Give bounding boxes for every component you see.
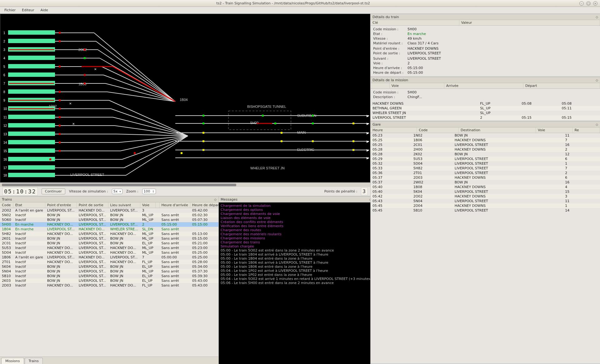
label-wheler: WHELER STREET JN: [250, 166, 285, 170]
svg-text:18: 18: [3, 174, 7, 177]
mission-details-title: Détails de la mission: [372, 78, 408, 82]
track-hscrollbar[interactable]: [0, 182, 370, 187]
zoom-label: Zoom :: [126, 189, 138, 193]
table-row[interactable]: 05:455B10LIVERPOOL STREET14: [371, 208, 600, 213]
menu-help[interactable]: Aide: [38, 7, 51, 13]
trains-col[interactable]: Heure d'arrivée: [159, 202, 190, 208]
table-row[interactable]: 05:252C01LIVERPOOL STREET16: [371, 142, 600, 147]
close-icon[interactable]: ×: [593, 1, 598, 6]
table-row[interactable]: 05:435N04LIVERPOOL STREET11: [371, 199, 600, 203]
table-row[interactable]: 1B04En marcheLIVERPOOL ST...HACKNEY DO..…: [0, 227, 218, 232]
table-row[interactable]: 05:282K02BOW JN12: [371, 152, 600, 157]
table-row[interactable]: BETHNAL GREENSL_UP05:11: [371, 106, 600, 111]
svg-rect-90: [59, 66, 61, 67]
table-row[interactable]: 2K03InactifBOW JNLIVERPOOL ST...BOW JNEL…: [0, 278, 218, 283]
col-key: Clé: [371, 20, 459, 26]
table-row[interactable]: 05:325D04LIVERPOOL STREET1: [371, 161, 600, 166]
messages-panel-header: Messages ◇: [219, 196, 373, 202]
svg-rect-109: [281, 132, 282, 134]
table-row[interactable]: 05:401B08HACKNEY DOWNS4: [371, 185, 600, 189]
svg-text:16: 16: [3, 158, 7, 161]
trains-col[interactable]: Code: [0, 202, 13, 208]
table-row[interactable]: 5H82InactifHACKNEY DO...LIVERPOOL ST...H…: [0, 232, 218, 236]
table-row[interactable]: 05:231N02BOW JN11: [371, 133, 600, 138]
table-row[interactable]: 1B06A l'arrêt en gareLIVERPOOL ST...HACK…: [0, 255, 218, 260]
menu-file[interactable]: Fichier: [2, 7, 18, 13]
continue-button[interactable]: Continuer: [42, 188, 65, 194]
table-row[interactable]: 5O60InactifBOW JNLIVERPOOL ST...BOW JNML…: [0, 217, 218, 222]
svg-rect-93: [59, 91, 61, 93]
svg-rect-27: [8, 123, 55, 127]
table-row[interactable]: LIVERPOOL STREET205:1505:15: [371, 115, 600, 120]
svg-rect-113: [312, 140, 314, 142]
simspeed-combo[interactable]: 5x▾: [112, 189, 122, 194]
svg-rect-112: [312, 122, 314, 124]
panel-detach-icon[interactable]: ◇: [596, 123, 598, 126]
svg-text:✕: ✕: [69, 102, 72, 105]
table-row[interactable]: 5H00En marcheHACKNEY DO...LIVERPOOL ST..…: [0, 222, 218, 227]
table-row[interactable]: 05:452D04HACKNEY DOWNS1: [371, 203, 600, 208]
table-row[interactable]: 5N02InactifBOW JNLIVERPOOL ST...BOW JNML…: [0, 213, 218, 217]
trains-col[interactable]: Voie: [140, 202, 155, 208]
svg-rect-94: [59, 99, 61, 101]
panel-detach-icon[interactable]: ◇: [214, 198, 217, 201]
table-row[interactable]: 05:335H82LIVERPOOL STREET7: [371, 166, 600, 171]
table-row[interactable]: 5B10InactifBOW JNLIVERPOOL ST...BOW JNEL…: [0, 274, 218, 278]
table-row[interactable]: 5K04InactifBOW JNLIVERPOOL ST...BOW JNEL…: [0, 264, 218, 269]
table-row[interactable]: 05:282H00HACKNEY DOWNS2: [371, 147, 600, 152]
svg-rect-102: [202, 115, 204, 117]
table-row[interactable]: 2D03InactifHACKNEY DO...LIVERPOOL ST...H…: [0, 283, 218, 288]
track-diagram[interactable]: 123456789101112131415161718 2O02 1B06 1P…: [0, 14, 370, 182]
table-row[interactable]: HACKNEY DOWNSFL_UP05:0805:08: [371, 101, 600, 106]
svg-text:6: 6: [3, 73, 5, 77]
table-row[interactable]: 5D04InactifHACKNEY DO...LIVERPOOL ST...H…: [0, 250, 218, 255]
table-row[interactable]: 2K01InactifBOW JNLIVERPOOL ST...BOW JNML…: [0, 236, 218, 241]
trains-col[interactable]: Point d'entrée: [45, 202, 77, 208]
trains-col[interactable]: Lieu suivant: [108, 202, 140, 208]
trains-table: CodeEtatPoint d'entréePoint de sortieLie…: [0, 202, 218, 288]
svg-text:1: 1: [3, 31, 5, 35]
tab-missions[interactable]: Missions: [1, 358, 24, 364]
table-row[interactable]: 05:405K04LIVERPOOL STREET15: [371, 189, 600, 194]
station-table-scroll[interactable]: 05:231N02BOW JN1105:251B06HACKNEY DOWNS7…: [371, 133, 600, 363]
table-row[interactable]: 5N04InactifBOW JNLIVERPOOL ST...BOW JNML…: [0, 269, 218, 274]
menubar: Fichier Editeur Aide: [0, 7, 600, 14]
svg-rect-106: [202, 149, 204, 151]
sim-clock: 05:10:32: [2, 187, 38, 196]
svg-rect-87: [59, 40, 61, 42]
table-row[interactable]: 2C01InactifBOW JNLIVERPOOL ST...BOW JNEL…: [0, 241, 218, 246]
minimize-icon[interactable]: –: [579, 1, 584, 6]
table-row[interactable]: 05:372W02BOW JN16: [371, 180, 600, 185]
svg-rect-1: [8, 30, 55, 35]
table-row[interactable]: 5U53InactifHACKNEY DO...LIVERPOOL ST...H…: [0, 246, 218, 250]
svg-text:▶: ▶: [367, 156, 369, 160]
table-row[interactable]: 05:295U53LIVERPOOL STREET6: [371, 157, 600, 161]
zoom-spinner[interactable]: 100⇕: [142, 189, 156, 194]
svg-rect-33: [8, 148, 55, 153]
menu-edit[interactable]: Editeur: [19, 7, 37, 13]
svg-rect-110: [281, 140, 282, 142]
trains-col[interactable]: Etat: [13, 202, 45, 208]
panel-detach-icon[interactable]: ◇: [596, 15, 598, 19]
svg-text:12: 12: [3, 124, 7, 127]
table-row[interactable]: 05:372D03HACKNEY DOWNS6: [371, 175, 600, 180]
train-details-body: Code mission :5H00Etat :En marcheVitesse…: [371, 26, 600, 76]
trains-col[interactable]: [155, 202, 159, 208]
table-row[interactable]: WHELER STREET JNSL_UP: [371, 111, 600, 115]
svg-rect-101: [49, 158, 51, 160]
table-row[interactable]: 05:251B06HACKNEY DOWNS7: [371, 138, 600, 142]
maximize-icon[interactable]: □: [586, 1, 591, 6]
messages-log[interactable]: Chargement de la simulationChargement de…: [219, 202, 373, 364]
trains-col[interactable]: Point de sortie: [77, 202, 108, 208]
table-row[interactable]: 05:362T01LIVERPOOL STREET2: [371, 171, 600, 175]
tab-trains[interactable]: Trains: [25, 358, 43, 364]
panel-detach-icon[interactable]: ◇: [596, 78, 598, 82]
trains-table-scroll[interactable]: CodeEtatPoint d'entréePoint de sortieLie…: [0, 202, 218, 357]
table-row[interactable]: 05:422O02HACKNEY DOWNS3: [371, 194, 600, 199]
trains-col[interactable]: Heure de départ: [190, 202, 218, 208]
svg-rect-39: [8, 173, 55, 177]
svg-line-60: [98, 50, 175, 102]
table-row[interactable]: 2O02A l'arrêt en gareLIVERPOOL ST...HACK…: [0, 208, 218, 213]
svg-rect-115: [352, 140, 354, 142]
table-row[interactable]: 2T01InactifHACKNEY DO...LIVERPOOL ST...H…: [0, 260, 218, 264]
